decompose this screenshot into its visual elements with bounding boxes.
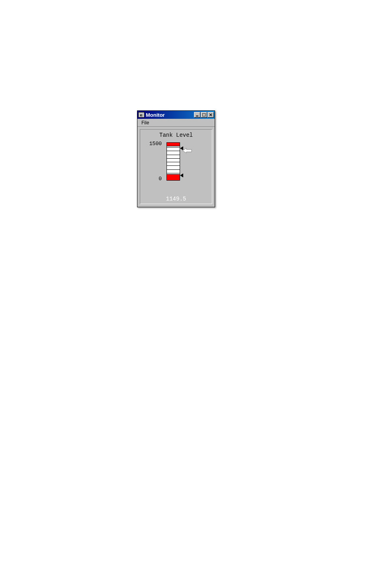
minimize-button[interactable] — [194, 112, 200, 118]
gauge-tick — [167, 147, 180, 147]
gauge-tick — [167, 158, 180, 159]
monitor-window: ◧ Monitor File Tank Level 1500 0 — [137, 110, 215, 207]
gauge-body — [166, 142, 180, 181]
gauge-tick — [167, 173, 180, 173]
maximize-button[interactable] — [201, 112, 207, 118]
gauge-lower-redzone — [166, 174, 180, 181]
client-panel: Tank Level 1500 0 — [140, 129, 212, 204]
menu-file[interactable]: File — [140, 120, 151, 126]
scale-max-label: 1500 — [146, 141, 162, 147]
window-title: Monitor — [146, 112, 194, 118]
titlebar[interactable]: ◧ Monitor — [137, 111, 215, 119]
scale-min-label: 0 — [146, 176, 162, 182]
gauge-tick — [167, 165, 180, 166]
gauge-tick — [167, 162, 180, 162]
gauge-tick — [167, 169, 180, 170]
app-icon[interactable]: ◧ — [138, 112, 145, 118]
gauge-tick — [167, 155, 180, 155]
menubar: File — [137, 119, 215, 127]
gauge-upper-redzone — [166, 142, 180, 146]
svg-rect-0 — [196, 116, 198, 116]
window-controls — [194, 112, 214, 118]
lower-threshold-marker-icon[interactable] — [180, 173, 183, 177]
gauge-readout: 1149.5 — [140, 196, 212, 202]
gauge-tick — [167, 151, 180, 151]
svg-rect-1 — [202, 113, 206, 116]
tank-level-gauge: 1500 0 — [143, 140, 210, 188]
gauge-title: Tank Level — [143, 132, 210, 138]
gauge-scale — [166, 146, 180, 174]
svg-marker-4 — [182, 148, 192, 153]
close-button[interactable] — [208, 112, 214, 118]
value-pointer-icon[interactable] — [182, 148, 191, 153]
